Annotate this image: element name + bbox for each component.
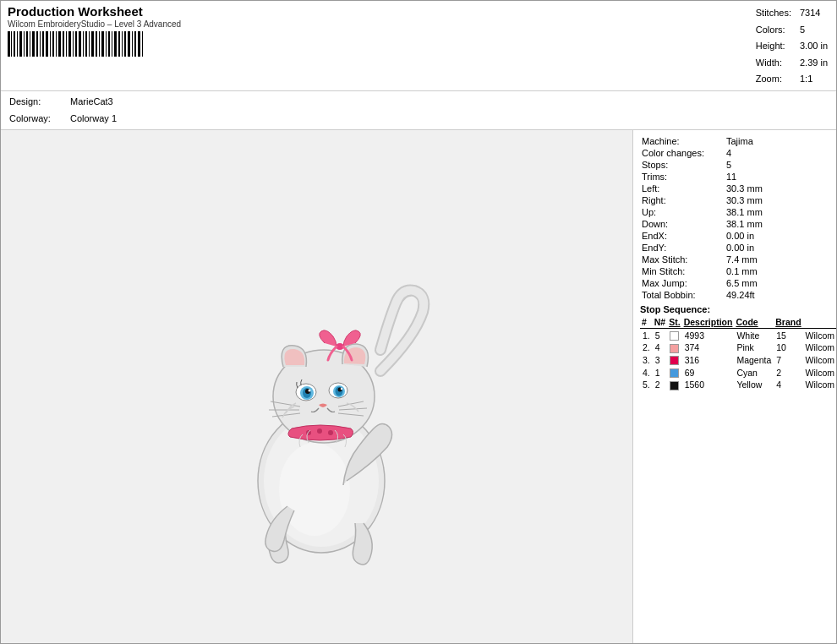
svg-rect-33: [112, 31, 112, 57]
svg-rect-1: [8, 31, 10, 57]
stop-n: 3: [653, 354, 667, 367]
main-content: Machine: Tajima Color changes: 4 Stops: …: [1, 130, 836, 644]
machine-value: Tajima: [725, 135, 829, 147]
svg-point-66: [328, 430, 333, 435]
col-st: St.: [667, 316, 681, 329]
svg-rect-37: [124, 31, 126, 57]
colors-value: 5: [800, 23, 828, 38]
stop-n: 4: [653, 341, 667, 354]
col-n: N#: [653, 316, 667, 329]
down-value: 38.1 mm: [725, 218, 829, 230]
col-description: Description: [682, 316, 735, 329]
max-jump-value: 6.5 mm: [725, 277, 829, 289]
endy-label: EndY:: [640, 242, 725, 254]
svg-rect-31: [106, 31, 107, 57]
barcode: [8, 31, 181, 57]
svg-rect-24: [83, 31, 84, 57]
stop-n: 2: [653, 379, 667, 391]
svg-rect-29: [99, 31, 100, 57]
svg-rect-21: [73, 31, 74, 57]
svg-rect-27: [91, 31, 94, 57]
stop-ncode: 374: [682, 341, 735, 354]
header: Production Worksheet Wilcom EmbroiderySt…: [1, 1, 836, 91]
svg-rect-35: [118, 31, 120, 57]
canvas-area: [1, 130, 633, 644]
stop-description: White: [734, 329, 774, 341]
svg-rect-17: [58, 31, 61, 57]
up-label: Up:: [640, 206, 725, 218]
stitches-value: 7314: [800, 6, 828, 21]
colorway-label: Colorway:: [9, 112, 68, 127]
height-label: Height:: [756, 39, 798, 54]
stop-n: 5: [653, 329, 667, 341]
min-stitch-label: Min Stitch:: [640, 265, 725, 277]
colors-label: Colors:: [756, 23, 798, 38]
stop-code: 10: [774, 341, 802, 354]
design-info-table: Design: MarieCat3 Colorway: Colorway 1: [8, 93, 118, 128]
svg-rect-25: [85, 31, 87, 57]
endy-value: 0.00 in: [725, 242, 829, 254]
width-value: 2.39 in: [800, 56, 828, 71]
stop-swatch: [667, 354, 681, 367]
stop-ncode: 316: [682, 354, 735, 367]
svg-rect-7: [26, 31, 28, 57]
svg-rect-38: [128, 31, 130, 57]
right-panel: Machine: Tajima Color changes: 4 Stops: …: [633, 130, 836, 644]
min-stitch-value: 0.1 mm: [725, 265, 829, 277]
cat-illustration: [178, 219, 457, 574]
svg-rect-19: [66, 31, 67, 57]
svg-rect-39: [132, 31, 133, 57]
svg-rect-13: [46, 31, 48, 57]
svg-rect-12: [42, 31, 44, 57]
color-changes-value: 4: [725, 147, 829, 159]
colorway-value: Colorway 1: [70, 112, 117, 127]
stop-sequence-table: # N# St. Description Code Brand 1.54993W…: [640, 316, 836, 391]
header-stats: Stitches: 7314 Colors: 5 Height: 3.00 in…: [754, 4, 829, 89]
stop-ncode: 4993: [682, 329, 735, 341]
svg-rect-3: [14, 31, 15, 57]
height-value: 3.00 in: [800, 39, 828, 54]
design-value: MarieCat3: [70, 95, 117, 110]
up-value: 38.1 mm: [725, 206, 829, 218]
stop-code: 15: [774, 329, 802, 341]
zoom-label: Zoom:: [756, 72, 798, 87]
trims-label: Trims:: [640, 171, 725, 183]
stop-description: Cyan: [734, 366, 774, 379]
svg-rect-6: [24, 31, 25, 57]
stops-value: 5: [725, 159, 829, 171]
stop-swatch: [667, 379, 681, 391]
stop-code: 2: [774, 366, 802, 379]
design-label: Design:: [9, 95, 68, 110]
stop-code: 4: [774, 379, 802, 391]
col-hash: #: [640, 316, 653, 329]
svg-rect-32: [108, 31, 110, 57]
stop-swatch: [667, 329, 681, 341]
stats-table: Stitches: 7314 Colors: 5 Height: 3.00 in…: [754, 4, 829, 89]
stop-ncode: 69: [682, 366, 735, 379]
svg-rect-23: [79, 31, 81, 57]
page-title: Production Worksheet: [8, 4, 181, 19]
max-stitch-value: 7.4 mm: [725, 254, 829, 265]
svg-rect-20: [68, 31, 71, 57]
stop-table-row: 4.169Cyan2Wilcom: [640, 366, 836, 379]
zoom-value: 1:1: [800, 72, 828, 87]
svg-rect-41: [138, 31, 140, 57]
svg-point-57: [340, 387, 342, 389]
header-left: Production Worksheet Wilcom EmbroiderySt…: [8, 4, 181, 57]
svg-rect-16: [56, 31, 57, 57]
svg-rect-40: [134, 31, 136, 57]
stop-brand: Wilcom: [803, 329, 836, 341]
stop-num: 4.: [640, 366, 653, 379]
stitches-label: Stitches:: [756, 6, 798, 21]
stop-swatch: [667, 366, 681, 379]
svg-rect-4: [17, 31, 18, 57]
svg-rect-18: [63, 31, 64, 57]
stop-table-row: 1.54993White15Wilcom: [640, 329, 836, 341]
barcode-svg: [8, 31, 143, 57]
stop-swatch: [667, 341, 681, 354]
svg-rect-15: [52, 31, 54, 57]
down-label: Down:: [640, 218, 725, 230]
endx-label: EndX:: [640, 230, 725, 242]
svg-rect-30: [101, 31, 104, 57]
trims-value: 11: [725, 171, 829, 183]
